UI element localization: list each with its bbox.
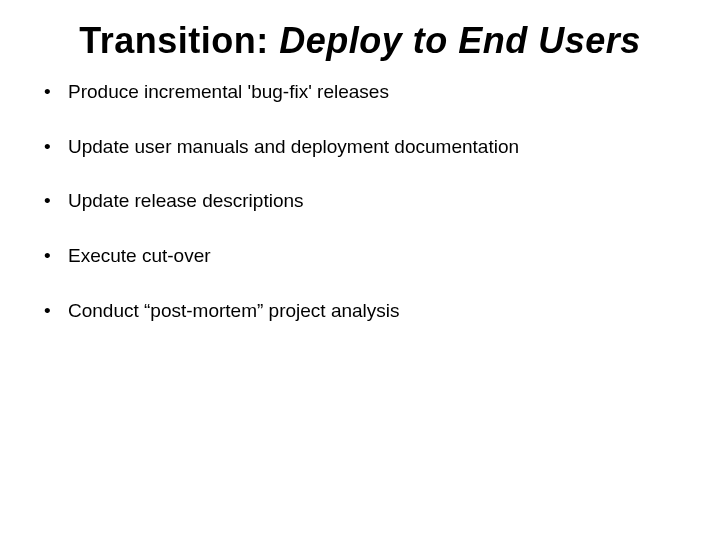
slide-title: Transition: Deploy to End Users	[30, 20, 690, 62]
bullet-list: Produce incremental 'bug-fix' releases U…	[30, 80, 690, 323]
bullet-item: Update user manuals and deployment docum…	[44, 135, 690, 160]
bullet-item: Execute cut-over	[44, 244, 690, 269]
title-suffix: Deploy to End Users	[279, 20, 641, 61]
title-prefix: Transition:	[79, 20, 279, 61]
bullet-item: Update release descriptions	[44, 189, 690, 214]
bullet-item: Conduct “post-mortem” project analysis	[44, 299, 690, 324]
bullet-item: Produce incremental 'bug-fix' releases	[44, 80, 690, 105]
